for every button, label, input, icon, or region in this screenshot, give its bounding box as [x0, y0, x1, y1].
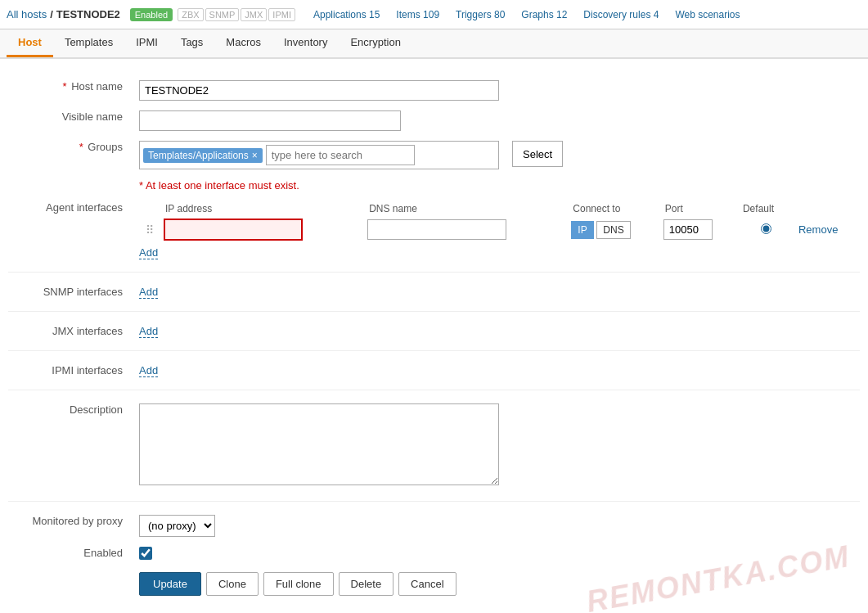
- col-ip-header: IP address: [160, 201, 364, 216]
- port-cell: [660, 216, 738, 243]
- add-snmp-link[interactable]: Add: [139, 286, 158, 299]
- remove-cell: Remove: [795, 216, 860, 243]
- proxy-cell: (no proxy): [131, 510, 868, 542]
- snmp-row: SNMP interfaces Add: [0, 281, 868, 303]
- drag-handle-icon[interactable]: ⠿: [142, 223, 157, 237]
- cancel-button[interactable]: Cancel: [398, 572, 456, 596]
- ip-cell: [160, 216, 364, 243]
- delete-button[interactable]: Delete: [339, 572, 394, 596]
- fullclone-button[interactable]: Full clone: [263, 572, 334, 596]
- visible-name-input[interactable]: [139, 110, 401, 131]
- proto-ipmi: IPMI: [268, 8, 295, 21]
- default-cell: [738, 216, 795, 243]
- select-button[interactable]: Select: [512, 141, 563, 167]
- tab-webscenarios[interactable]: Web scenarios: [667, 4, 748, 25]
- snmp-cell: Add: [131, 281, 868, 303]
- breadcrumb-home[interactable]: All hosts: [7, 8, 47, 20]
- enabled-row: Enabled: [0, 542, 868, 567]
- ipmi-row: IPMI interfaces Add: [0, 359, 868, 381]
- breadcrumb-current: TESTNODE2: [56, 8, 120, 20]
- add-jmx-link[interactable]: Add: [139, 325, 158, 338]
- host-name-row: * Host name: [0, 75, 868, 106]
- proxy-label: Monitored by proxy: [0, 510, 131, 542]
- tab-ipmi[interactable]: IPMI: [124, 29, 169, 57]
- visible-name-row: Visible name: [0, 106, 868, 136]
- action-buttons-cell: Update Clone Full clone Delete Cancel: [131, 567, 868, 601]
- warning-text: * At least one interface must exist.: [139, 179, 299, 192]
- agent-interfaces-cell: IP address DNS name Connect to Port Defa…: [131, 196, 868, 264]
- add-agent-link[interactable]: Add: [139, 246, 158, 259]
- col-default-header: Default: [738, 201, 795, 216]
- breadcrumb: All hosts / TESTNODE2: [7, 8, 120, 20]
- tab-inventory[interactable]: Inventory: [272, 29, 339, 57]
- tab-macros[interactable]: Macros: [214, 29, 272, 57]
- second-nav: Host Templates IPMI Tags Macros Inventor…: [0, 29, 868, 59]
- required-star: *: [62, 80, 66, 92]
- tab-host[interactable]: Host: [7, 29, 53, 57]
- tab-items[interactable]: Items 109: [388, 4, 447, 25]
- remove-interface-link[interactable]: Remove: [798, 223, 838, 236]
- proxy-select[interactable]: (no proxy): [139, 515, 215, 537]
- drag-handle-cell: ⠿: [139, 216, 160, 243]
- tab-discovery[interactable]: Discovery rules 4: [575, 4, 667, 25]
- description-textarea[interactable]: [139, 403, 499, 485]
- description-label: Description: [0, 399, 131, 493]
- agent-interfaces-row: Agent interfaces IP address DNS name Con…: [0, 196, 868, 264]
- col-actions-header: [795, 201, 860, 216]
- col-dns-header: DNS name: [364, 201, 568, 216]
- protocol-badges: ZBX SNMP JMX IPMI: [178, 8, 295, 21]
- divider-1: [0, 264, 868, 281]
- groups-row: * Groups Templates/Applications × Select: [0, 136, 868, 174]
- clone-button[interactable]: Clone: [206, 572, 259, 596]
- tab-applications[interactable]: Applications 15: [305, 4, 388, 25]
- tab-templates[interactable]: Templates: [53, 29, 124, 57]
- divider-3: [0, 342, 868, 359]
- update-button[interactable]: Update: [139, 572, 201, 596]
- agent-interfaces-table: IP address DNS name Connect to Port Defa…: [139, 201, 860, 243]
- port-input[interactable]: [663, 219, 713, 240]
- tab-triggers[interactable]: Triggers 80: [447, 4, 513, 25]
- groups-label: * Groups: [0, 136, 131, 174]
- tab-encryption[interactable]: Encryption: [339, 29, 412, 57]
- enabled-label: Enabled: [0, 542, 131, 567]
- connect-ip-button[interactable]: IP: [571, 221, 593, 239]
- ip-input[interactable]: [164, 219, 303, 241]
- action-buttons: Update Clone Full clone Delete Cancel: [139, 572, 860, 596]
- connect-cell: IP DNS: [568, 216, 659, 243]
- jmx-row: JMX interfaces Add: [0, 320, 868, 342]
- groups-cell: Templates/Applications × Select: [131, 136, 868, 174]
- ipmi-label: IPMI interfaces: [0, 359, 131, 381]
- remove-group-tag-icon[interactable]: ×: [252, 150, 258, 161]
- groups-search-input[interactable]: [266, 145, 415, 165]
- groups-container[interactable]: Templates/Applications ×: [139, 141, 499, 169]
- top-nav-tabs: Applications 15 Items 109 Triggers 80 Gr…: [305, 4, 749, 25]
- tab-tags[interactable]: Tags: [169, 29, 214, 57]
- host-name-label: * Host name: [0, 75, 131, 106]
- visible-name-label: Visible name: [0, 106, 131, 136]
- host-name-cell: [131, 75, 868, 106]
- status-badge: Enabled: [130, 8, 173, 21]
- breadcrumb-separator: /: [50, 8, 53, 20]
- add-ipmi-link[interactable]: Add: [139, 364, 158, 377]
- enabled-cell: [131, 542, 868, 567]
- snmp-label: SNMP interfaces: [0, 281, 131, 303]
- group-tag-label: Templates/Applications: [148, 150, 249, 161]
- enabled-checkbox[interactable]: [139, 547, 152, 560]
- dns-input[interactable]: [367, 219, 506, 240]
- add-agent-container: Add: [139, 246, 860, 259]
- col-drag: [139, 201, 160, 216]
- visible-name-cell: [131, 106, 868, 136]
- description-row: Description: [0, 399, 868, 493]
- proxy-row: Monitored by proxy (no proxy): [0, 510, 868, 542]
- proto-jmx: JMX: [241, 8, 267, 21]
- default-radio[interactable]: [761, 223, 771, 234]
- divider-2: [0, 303, 868, 320]
- description-cell: [131, 399, 868, 493]
- host-name-input[interactable]: [139, 80, 499, 101]
- agent-interfaces-label: Agent interfaces: [0, 196, 131, 264]
- ipmi-cell: Add: [131, 359, 868, 381]
- main-content: * Host name Visible name *: [0, 59, 868, 613]
- connect-dns-button[interactable]: DNS: [596, 221, 630, 239]
- tab-graphs[interactable]: Graphs 12: [513, 4, 575, 25]
- dns-cell: [364, 216, 568, 243]
